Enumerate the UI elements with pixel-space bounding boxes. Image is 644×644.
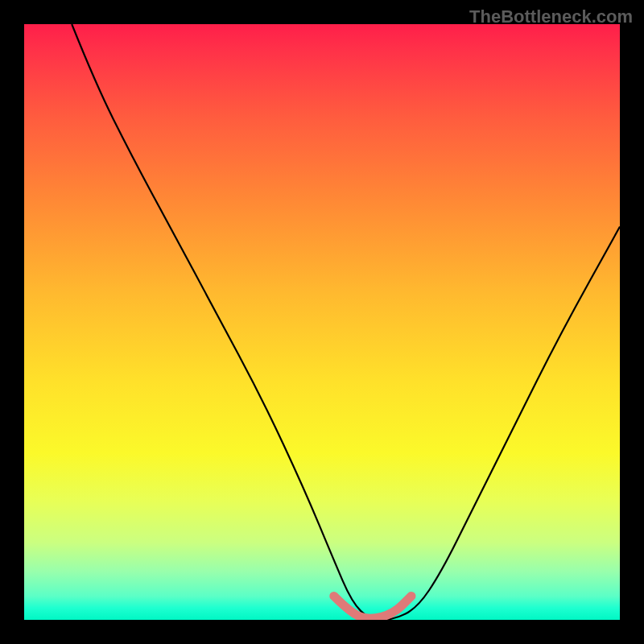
watermark-text: TheBottleneck.com — [469, 6, 633, 27]
chart-curves-svg — [24, 24, 620, 620]
chart-plot-area — [24, 24, 620, 620]
bottleneck-curve-line — [72, 24, 620, 620]
optimal-range-highlight-line — [334, 596, 411, 618]
